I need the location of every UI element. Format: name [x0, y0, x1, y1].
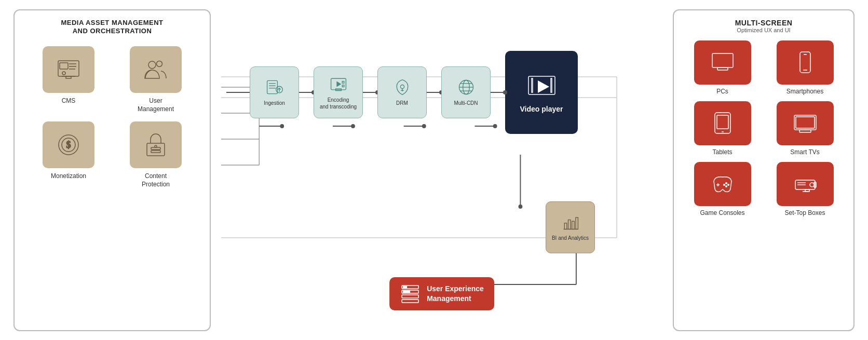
pcs-icon-box	[694, 40, 751, 85]
set-top-boxes-item: Set-Top Boxes	[767, 162, 843, 216]
svg-rect-73	[403, 286, 407, 288]
game-consoles-icon-box	[694, 162, 751, 206]
bi-area: BI and Analytics	[546, 201, 595, 253]
svg-rect-51	[342, 85, 344, 87]
monetization-item: $ Monetization	[30, 121, 107, 188]
svg-point-95	[810, 183, 814, 187]
svg-rect-77	[717, 67, 728, 70]
drm-icon	[393, 78, 412, 97]
set-top-boxes-icon	[792, 171, 818, 197]
uxm-area: User ExperienceManagement	[389, 277, 494, 310]
right-panel: MULTI-SCREEN Optimized UX and UI PCs	[673, 9, 855, 331]
svg-rect-83	[717, 115, 728, 129]
svg-rect-71	[402, 295, 418, 298]
main-diagram: MEDIA ASSET MANAGEMENTAND ORCHESTRATION	[13, 9, 855, 331]
smart-tvs-icon-box	[777, 101, 834, 145]
svg-rect-72	[402, 300, 418, 303]
cms-icon	[56, 57, 82, 83]
pcs-icon	[710, 49, 736, 75]
bi-icon	[561, 213, 580, 232]
video-player-label: Video player	[520, 105, 563, 113]
ingestion-box: Ingestion	[250, 66, 299, 118]
user-management-icon	[143, 57, 169, 83]
svg-rect-75	[712, 53, 733, 67]
video-player-box: Video player	[505, 51, 578, 134]
cms-icon-box	[43, 46, 94, 93]
monetization-label: Monetization	[51, 172, 86, 181]
tablets-icon-box	[694, 101, 751, 145]
user-management-item: UserManagement	[117, 46, 194, 113]
smartphones-icon-box	[777, 40, 834, 85]
game-consoles-label: Game Consoles	[700, 209, 744, 216]
svg-rect-74	[403, 291, 410, 293]
content-protection-icon	[143, 132, 169, 158]
game-consoles-icon	[710, 171, 736, 197]
uxm-icon	[400, 283, 421, 304]
svg-rect-84	[794, 115, 816, 130]
monetization-icon: $	[56, 132, 82, 158]
svg-rect-63	[551, 78, 552, 92]
svg-rect-86	[799, 130, 811, 132]
middle-panel: Ingestion Encodingand transcoding	[211, 9, 673, 331]
ingestion-label: Ingestion	[264, 100, 285, 106]
video-player-icon	[527, 71, 556, 100]
multi-cdn-box: Multi-CDN	[441, 66, 491, 118]
smart-tvs-item: Smart TVs	[767, 101, 843, 156]
svg-rect-65	[564, 223, 567, 229]
left-panel-title: MEDIA ASSET MANAGEMENTAND ORCHESTRATION	[25, 19, 199, 36]
cms-item: CMS	[30, 46, 107, 113]
bi-box: BI and Analytics	[546, 201, 595, 253]
smartphones-label: Smartphones	[786, 88, 823, 95]
pipeline-area: Ingestion Encodingand transcoding	[226, 51, 657, 134]
drm-label: DRM	[396, 100, 408, 106]
encoding-icon	[329, 75, 348, 93]
svg-marker-61	[538, 80, 549, 93]
svg-rect-50	[342, 81, 344, 83]
cms-label: CMS	[62, 97, 76, 105]
content-protection-item: ContentProtection	[117, 121, 194, 188]
game-consoles-item: Game Consoles	[684, 162, 761, 216]
svg-rect-62	[532, 78, 533, 92]
svg-rect-1	[60, 63, 68, 69]
svg-text:$: $	[66, 140, 71, 150]
svg-rect-66	[568, 220, 571, 229]
bi-label: BI and Analytics	[552, 235, 589, 241]
smartphones-icon	[792, 49, 818, 75]
content-protection-icon-box	[130, 121, 182, 168]
smart-tvs-icon	[792, 110, 818, 136]
pcs-label: PCs	[716, 88, 728, 95]
svg-rect-41	[267, 80, 277, 93]
set-top-boxes-icon-box	[777, 162, 834, 206]
svg-point-9	[157, 61, 162, 67]
svg-point-93	[725, 185, 727, 187]
encoding-box: Encodingand transcoding	[314, 66, 363, 118]
pcs-item: PCs	[684, 40, 761, 95]
encoding-label: Encodingand transcoding	[320, 97, 357, 110]
svg-point-16	[155, 145, 157, 147]
middle-content: Ingestion Encodingand transcoding	[221, 9, 662, 331]
monetization-icon-box: $	[43, 121, 94, 168]
svg-point-37	[519, 205, 523, 209]
tablets-label: Tablets	[712, 148, 732, 156]
multi-cdn-label: Multi-CDN	[454, 100, 478, 106]
smart-tvs-label: Smart TVs	[790, 148, 819, 156]
svg-rect-78	[800, 52, 810, 73]
svg-marker-48	[336, 81, 341, 87]
left-icon-grid: CMS UserManagement	[25, 46, 199, 188]
smartphones-item: Smartphones	[767, 40, 843, 95]
svg-rect-87	[796, 117, 815, 128]
tablets-item: Tablets	[684, 101, 761, 156]
left-panel: MEDIA ASSET MANAGEMENTAND ORCHESTRATION	[13, 9, 211, 331]
user-management-icon-box	[130, 46, 182, 93]
svg-point-2	[62, 72, 65, 75]
svg-point-91	[727, 184, 729, 186]
svg-rect-67	[572, 221, 574, 229]
tablets-icon	[710, 110, 736, 136]
set-top-boxes-label: Set-Top Boxes	[784, 209, 825, 216]
svg-rect-68	[575, 217, 578, 229]
right-panel-subtitle: Optimized UX and UI	[684, 27, 843, 33]
ingestion-icon	[265, 78, 284, 97]
device-grid: PCs Smartphones	[684, 40, 843, 216]
right-panel-title: MULTI-SCREEN	[684, 19, 843, 27]
svg-rect-15	[151, 151, 160, 153]
